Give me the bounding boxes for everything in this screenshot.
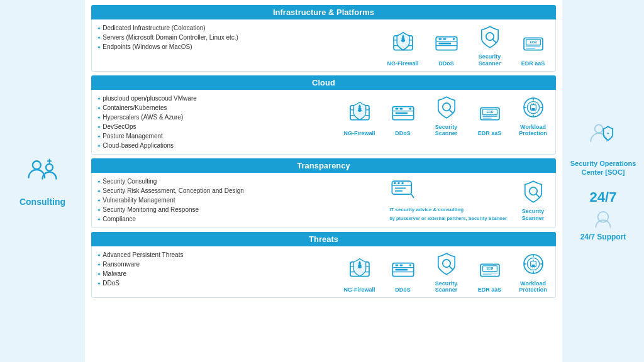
edr-aas-icon-item: EDR EDR aaS — [516, 30, 550, 67]
list-item: pluscloud open/pluscoud VMware — [97, 94, 336, 103]
section-body-infra: Dedicated Infrastructure (Colocation) Se… — [91, 19, 556, 72]
list-item: Cloud-based Applications — [97, 141, 336, 150]
threats-edr-aas-label: EDR aaS — [478, 287, 502, 293]
list-item: Malware — [97, 269, 336, 278]
threats-workload-label: WorkloadProtection — [519, 280, 547, 294]
list-item: Containers/Kubernetes — [97, 103, 336, 112]
svg-text:EDR: EDR — [530, 40, 536, 44]
svg-point-50 — [397, 182, 400, 184]
svg-rect-64 — [399, 265, 402, 266]
section-header-infra: Infrastructure & Platforms — [91, 5, 556, 19]
transparency-icons: IT security advice & consulting by pluss… — [389, 177, 550, 222]
svg-rect-13 — [438, 43, 450, 45]
soc-block: + Security Operations Center [SOC] — [569, 121, 638, 177]
infra-list: Dedicated Infrastructure (Colocation) Se… — [97, 23, 379, 52]
svg-line-68 — [449, 266, 452, 269]
svg-line-56 — [536, 194, 539, 197]
soc-label: Security Operations Center [SOC] — [569, 159, 638, 177]
left-sidebar: Consulting — [0, 0, 85, 362]
infra-icons: NG-Firewall DDoS — [386, 23, 550, 67]
cloud-ddos: DDoS — [386, 100, 420, 137]
main-content: Infrastructure & Platforms Dedicated Inf… — [85, 0, 562, 362]
svg-rect-52 — [395, 187, 406, 189]
svg-point-74 — [524, 255, 543, 273]
ng-firewall-icon-item: NG-Firewall — [386, 30, 420, 67]
list-item: Ransomware — [97, 260, 336, 269]
threats-workload-protection: WorkloadProtection — [516, 250, 550, 294]
section-body-transparency: Security Consulting Security Risk Assess… — [91, 173, 556, 228]
ng-firewall-label: NG-Firewall — [387, 60, 418, 67]
threats-security-scanner: SecurityScanner — [429, 250, 464, 294]
section-header-cloud: Cloud — [91, 75, 556, 90]
svg-text:EDR: EDR — [486, 111, 493, 114]
security-scanner-icon-item: SecurityScanner — [472, 23, 507, 67]
section-body-cloud: pluscloud open/pluscoud VMware Container… — [91, 90, 556, 155]
svg-line-15 — [492, 40, 496, 43]
support-label: 24/7 Support — [580, 233, 626, 241]
svg-point-51 — [402, 182, 404, 184]
consulting-icon — [25, 156, 60, 193]
cloud-icons: NG-Firewall DDoS — [342, 94, 550, 138]
list-item: Compliance — [97, 214, 383, 224]
threats-list: Advanced Persistent Threats Ransomware M… — [97, 250, 336, 288]
list-item: Dedicated Infrastructure (Colocation) — [97, 23, 379, 33]
it-advice-icon-item: IT security advice & consulting by pluss… — [389, 177, 507, 222]
threats-ng-firewall: NG-Firewall — [342, 256, 377, 293]
support-24-7-badge: 24/7 — [590, 189, 617, 206]
cloud-ddos-label: DDoS — [395, 130, 411, 137]
svg-rect-53 — [395, 190, 402, 192]
svg-line-54 — [411, 194, 414, 197]
svg-point-83 — [594, 124, 602, 133]
svg-rect-28 — [399, 108, 402, 110]
list-item: Servers (Microsoft Domain Controller, Li… — [97, 33, 379, 42]
cloud-ng-firewall: NG-Firewall — [342, 100, 377, 137]
svg-rect-10 — [438, 38, 441, 40]
transparency-list: Security Consulting Security Risk Assess… — [97, 177, 383, 224]
svg-rect-63 — [395, 265, 397, 266]
section-header-transparency: Transparency — [91, 158, 556, 173]
section-infra: Infrastructure & Platforms Dedicated Inf… — [91, 5, 556, 72]
svg-rect-11 — [443, 38, 445, 40]
threats-ng-firewall-label: NG-Firewall — [343, 287, 375, 293]
threats-icons: NG-Firewall DDoS — [342, 250, 550, 294]
consulting-label: Consulting — [19, 197, 65, 207]
support-block: 24/7 24/7 Support — [580, 189, 626, 241]
svg-point-38 — [524, 98, 543, 117]
security-scanner-label: SecurityScanner — [479, 53, 501, 67]
it-advice-sub-label: by plusserver or external partners, Secu… — [389, 216, 507, 222]
cloud-edr-aas-label: EDR aaS — [478, 130, 502, 137]
list-item: Security Risk Assessment, Conception and… — [97, 186, 383, 195]
svg-rect-66 — [395, 269, 407, 271]
list-item: Posture Management — [97, 131, 336, 141]
it-advice-main-label: IT security advice & consulting — [389, 207, 464, 213]
svg-point-12 — [452, 38, 455, 40]
transparency-scanner-label: SecurityScanner — [522, 208, 545, 222]
threats-edr-aas: EDR EDR aaS — [472, 256, 507, 293]
list-item: Security Monitoring and Response — [97, 205, 383, 214]
cloud-security-scanner-label: SecurityScanner — [435, 124, 458, 138]
svg-point-1 — [46, 163, 53, 170]
list-item: DevSecOps — [97, 122, 336, 131]
section-body-threats: Advanced Persistent Threats Ransomware M… — [91, 246, 556, 299]
cloud-workload-label: WorkloadProtection — [519, 124, 547, 138]
svg-rect-30 — [395, 112, 407, 114]
list-item: Vulnerability Management — [97, 195, 383, 205]
list-item: DDoS — [97, 278, 336, 288]
list-item: Advanced Persistent Threats — [97, 250, 336, 260]
svg-point-49 — [394, 182, 396, 184]
cloud-list: pluscloud open/pluscoud VMware Container… — [97, 94, 336, 150]
cloud-workload-protection: WorkloadProtection — [516, 94, 550, 138]
svg-point-65 — [409, 265, 411, 267]
svg-rect-45 — [531, 107, 535, 110]
cloud-edr-aas: EDR EDR aaS — [472, 100, 507, 137]
svg-rect-27 — [395, 108, 397, 110]
svg-point-29 — [409, 108, 411, 111]
svg-point-0 — [33, 161, 41, 169]
consulting-block: Consulting — [19, 156, 65, 207]
svg-rect-81 — [531, 264, 535, 266]
list-item: Hyperscalers (AWS & Azure) — [97, 112, 336, 122]
section-transparency: Transparency Security Consulting Securit… — [91, 158, 556, 228]
svg-text:+: + — [606, 131, 609, 136]
cloud-security-scanner: SecurityScanner — [429, 94, 464, 138]
threats-security-scanner-label: SecurityScanner — [435, 280, 458, 294]
